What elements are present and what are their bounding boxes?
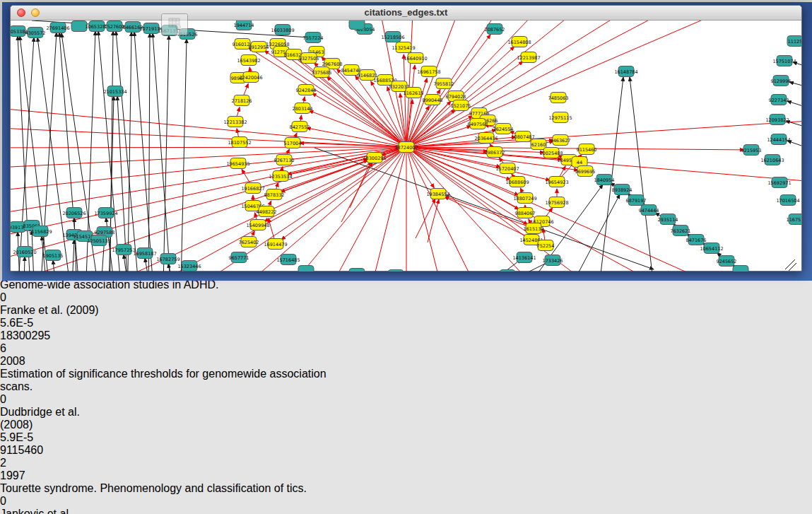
graph-node[interactable]: 7625402 <box>239 237 259 247</box>
graph-node[interactable]: 9327505 <box>299 53 319 64</box>
graph-node[interactable]: 2718126 <box>232 95 252 106</box>
graph-node[interactable]: 20206526 <box>62 208 86 218</box>
graph-node[interactable]: 11325419 <box>392 42 415 53</box>
graph-node[interactable]: 18107552 <box>228 137 251 148</box>
graph-node[interactable]: 4305572 <box>25 28 46 38</box>
graph-node[interactable] <box>349 21 365 30</box>
graph-node[interactable] <box>733 266 748 272</box>
graph-node[interactable]: 9227343 <box>769 95 789 105</box>
graph-node[interactable]: 19654923 <box>545 177 568 187</box>
network-graph[interactable]: 1872400791601248912954132260589127508816… <box>11 21 801 271</box>
svg-text:1521075: 1521075 <box>451 103 471 109</box>
cell-out_de: 0 <box>0 495 47 508</box>
graph-node[interactable]: 4498222 <box>257 206 277 217</box>
graph-node[interactable]: 752254 <box>537 240 555 251</box>
graph-node[interactable]: 7557224 <box>303 33 324 43</box>
graph-node[interactable]: 16958187 <box>133 248 156 259</box>
graph-node[interactable]: 7955812 <box>434 78 454 89</box>
graph-node[interactable]: 6879197 <box>626 195 647 206</box>
graph-node[interactable]: 12444154 <box>767 134 790 145</box>
graph-node[interactable]: 62160 <box>531 139 546 150</box>
graph-node[interactable]: 16543982 <box>237 55 260 66</box>
graph-node[interactable]: 8938924 <box>612 185 632 195</box>
graph-node[interactable]: 1527602 <box>105 21 125 32</box>
graph-node[interactable]: 15692971 <box>767 177 791 188</box>
minimize-window-button[interactable] <box>31 8 40 17</box>
graph-node[interactable]: 8990448 <box>423 95 443 105</box>
graph-node[interactable]: 17016504 <box>776 195 799 206</box>
graph-node[interactable]: 9215953 <box>741 145 762 156</box>
graph-node[interactable]: 1167534 <box>787 214 801 225</box>
graph-node[interactable]: 1733426 <box>543 255 563 266</box>
zoom-window-button[interactable] <box>45 8 54 17</box>
graph-node[interactable]: 16033809 <box>271 25 294 35</box>
graph-node[interactable]: 21015334 <box>103 86 126 97</box>
graph-node[interactable]: 9245652 <box>717 256 737 267</box>
graph-node[interactable]: 7485063 <box>548 93 569 103</box>
graph-node[interactable]: 15409948 <box>246 220 269 230</box>
graph-node[interactable]: 17957253 <box>112 245 135 255</box>
cell-title: Tourette syndrome. Phenomenology and cla… <box>0 482 351 495</box>
graph-node[interactable] <box>298 266 314 272</box>
graph-node[interactable]: 9129996 <box>771 76 792 86</box>
graph-node[interactable]: 16148784 <box>614 66 637 77</box>
graph-node[interactable]: 2803144 <box>293 103 313 114</box>
graph-node[interactable]: 9884067 <box>515 208 536 218</box>
graph-node[interactable]: 16961758 <box>417 66 440 77</box>
network-canvas[interactable]: 1872400791601248912954132260589127508816… <box>11 21 801 274</box>
graph-node[interactable]: 1162615 <box>404 88 424 98</box>
graph-node[interactable]: 2087652 <box>485 24 505 35</box>
graph-node[interactable]: 3375685 <box>312 67 332 78</box>
graph-node[interactable]: 12975115 <box>548 112 572 123</box>
graph-node[interactable]: 8267130 <box>274 155 295 165</box>
graph-node[interactable]: 9699695 <box>575 166 596 177</box>
graph-node[interactable]: 9463627 <box>551 135 571 146</box>
graph-node[interactable]: 19654935 <box>226 158 249 169</box>
graph-node[interactable]: 16210643 <box>760 155 784 165</box>
graph-node[interactable]: 1944714 <box>234 21 254 30</box>
graph-node[interactable]: 16154808 <box>507 37 531 47</box>
graph-node[interactable]: 19756928 <box>545 197 568 208</box>
graph-node[interactable]: 7632621 <box>671 226 691 236</box>
graph-node[interactable]: 10654112 <box>700 243 723 254</box>
graph-node[interactable]: 8878332 <box>264 189 285 200</box>
graph-node[interactable]: 7986372 <box>485 147 505 158</box>
network-window-titlebar[interactable]: citations_edges.txt <box>11 6 801 21</box>
svg-text:3375685: 3375685 <box>312 70 332 76</box>
graph-node[interactable]: 8427552 <box>290 122 310 132</box>
svg-text:8471676: 8471676 <box>686 238 707 243</box>
graph-node[interactable]: 9242844 <box>296 85 317 95</box>
svg-text:16961758: 16961758 <box>417 69 440 75</box>
graph-node[interactable]: 15751074 <box>772 56 796 66</box>
graph-node[interactable]: 8471676 <box>686 235 707 245</box>
graph-node[interactable]: 1615132 <box>524 223 544 234</box>
graph-node[interactable]: 9657771 <box>229 252 249 263</box>
graph-node[interactable]: 6497568 <box>468 119 488 129</box>
graph-node[interactable]: 12213382 <box>223 117 247 127</box>
graph-node[interactable]: 9115460 <box>577 144 597 155</box>
delete-table-button[interactable] <box>161 13 188 35</box>
graph-node[interactable]: 27691406 <box>46 23 69 33</box>
graph-node[interactable]: 16640910 <box>404 53 427 64</box>
graph-node[interactable]: 11125 <box>787 36 801 47</box>
svg-text:1615132: 1615132 <box>524 226 544 232</box>
close-window-button[interactable] <box>17 8 25 17</box>
graph-node[interactable]: 10688609 <box>505 177 529 187</box>
svg-text:17016504: 17016504 <box>776 198 799 204</box>
graph-node[interactable]: 3624554 <box>493 124 514 134</box>
graph-node[interactable]: 9474444 <box>639 205 659 216</box>
table-row[interactable]: 1830029562008Estimation of significance … <box>0 329 812 444</box>
graph-node[interactable] <box>349 269 365 272</box>
graph-node[interactable]: 16782759 <box>156 254 180 264</box>
graph-node[interactable]: 517004 <box>284 138 302 148</box>
graph-node[interactable]: 12213987 <box>517 52 540 63</box>
graph-node[interactable]: 1521075 <box>451 100 471 111</box>
svg-text:16210643: 16210643 <box>760 158 784 163</box>
table-row[interactable]: 911546021997Tourette syndrome. Phenomeno… <box>0 444 812 514</box>
graph-node[interactable] <box>388 270 404 272</box>
graph-node[interactable]: 1905135 <box>43 250 64 261</box>
graph-node[interactable] <box>500 270 515 272</box>
graph-node[interactable]: 2935114 <box>658 214 678 225</box>
graph-node[interactable]: 1840954 <box>594 175 615 185</box>
graph-node[interactable]: 14136141 <box>512 252 536 263</box>
